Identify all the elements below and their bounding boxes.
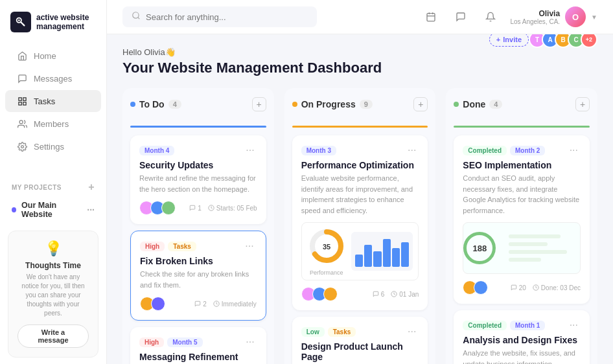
user-location: Los Angeles, CA. bbox=[510, 18, 560, 25]
svg-rect-3 bbox=[23, 97, 25, 100]
svg-point-1 bbox=[18, 19, 20, 21]
card-avatar bbox=[323, 287, 338, 301]
tag-high: High bbox=[140, 242, 165, 251]
card-title: Performance Optimization bbox=[301, 160, 419, 170]
svg-point-6 bbox=[19, 120, 23, 123]
search-input[interactable] bbox=[146, 12, 308, 22]
card-avatar bbox=[474, 280, 488, 295]
card-avatar bbox=[151, 297, 165, 311]
tag-month4: Month 4 bbox=[139, 146, 174, 155]
performance-chart: 35 Performance bbox=[301, 222, 419, 280]
tag-month3: Month 3 bbox=[301, 146, 336, 155]
card-tags: Completed Month 2 bbox=[463, 146, 545, 155]
project-more-icon[interactable]: ··· bbox=[87, 205, 95, 215]
card-menu-icon[interactable]: ··· bbox=[243, 144, 257, 156]
sidebar-item-tasks[interactable]: Tasks bbox=[5, 90, 101, 112]
invite-button[interactable]: + Invite bbox=[489, 34, 529, 47]
sidebar-item-label: Tasks bbox=[34, 97, 55, 106]
card-broken-links: High Tasks ··· Fix Broken Links Check th… bbox=[130, 231, 266, 321]
calendar-icon[interactable] bbox=[421, 6, 441, 27]
comment-count: 6 bbox=[373, 291, 385, 298]
col-add-inprogress[interactable]: + bbox=[413, 97, 428, 111]
sidebar-item-label: Home bbox=[34, 51, 56, 61]
card-design-launch: Low Tasks ··· Design Product Launch Page bbox=[292, 317, 428, 364]
search-bar[interactable] bbox=[122, 6, 317, 27]
svg-text:35: 35 bbox=[323, 243, 330, 251]
message-icon bbox=[17, 73, 27, 84]
user-info[interactable]: Olivia Los Angeles, CA. O ▼ bbox=[510, 6, 597, 27]
user-name: Olivia bbox=[510, 9, 560, 18]
seo-score: 188 bbox=[463, 232, 496, 264]
card-footer: 2 Immediately bbox=[140, 297, 257, 311]
sidebar-item-settings[interactable]: Settings bbox=[5, 135, 101, 157]
write-message-button[interactable]: Write a message bbox=[17, 324, 89, 348]
card-header: High Tasks ··· bbox=[140, 240, 257, 252]
tag-completed: Completed bbox=[463, 146, 507, 155]
sidebar: active website management Home Messages … bbox=[0, 0, 107, 364]
col-line-done bbox=[454, 126, 590, 128]
card-tags: Completed Month 1 bbox=[463, 321, 545, 330]
done-dot bbox=[454, 102, 459, 107]
card-footer: 6 01 Jan bbox=[301, 287, 419, 301]
card-header: Completed Month 1 ··· bbox=[463, 319, 581, 331]
sidebar-item-messages[interactable]: Messages bbox=[5, 67, 101, 89]
col-header-done: Done 4 + bbox=[454, 97, 590, 118]
bell-icon[interactable] bbox=[480, 6, 501, 27]
card-title: Security Updates bbox=[139, 160, 257, 170]
card-header: Low Tasks ··· bbox=[301, 326, 419, 337]
sidebar-item-home[interactable]: Home bbox=[5, 45, 101, 67]
card-security: Month 4 ··· Security Updates Rewrite and… bbox=[130, 135, 266, 224]
col-line-inprogress bbox=[292, 126, 428, 128]
tag-month2: Month 2 bbox=[510, 146, 545, 155]
card-tags: Month 3 bbox=[301, 146, 336, 155]
card-menu-icon[interactable]: ··· bbox=[567, 144, 581, 156]
seo-line bbox=[509, 234, 561, 238]
project-dot bbox=[12, 207, 16, 212]
seo-line bbox=[509, 258, 541, 262]
card-title: Fix Broken Links bbox=[140, 256, 257, 266]
inprogress-dot bbox=[292, 102, 297, 107]
svg-rect-9 bbox=[427, 14, 435, 21]
col-count-done: 4 bbox=[489, 100, 502, 109]
card-tags: Low Tasks bbox=[301, 327, 356, 337]
todo-dot bbox=[130, 102, 135, 107]
team-row: + Invite T A B C +2 bbox=[489, 34, 597, 48]
col-count-todo: 4 bbox=[168, 100, 181, 109]
card-menu-icon[interactable]: ··· bbox=[567, 319, 581, 331]
svg-rect-2 bbox=[18, 97, 21, 100]
card-desc: Conduct an SEO audit, apply necessary fi… bbox=[463, 173, 581, 216]
search-icon bbox=[132, 11, 141, 23]
project-item-main[interactable]: Our Main Website ··· bbox=[0, 196, 106, 224]
projects-section-label: MY PROJECTS + bbox=[0, 175, 106, 196]
comment-count: 2 bbox=[194, 301, 207, 308]
col-count-inprogress: 9 bbox=[360, 100, 373, 109]
card-avatars bbox=[140, 297, 165, 311]
card-menu-icon[interactable]: ··· bbox=[405, 326, 419, 337]
col-add-done[interactable]: + bbox=[575, 97, 590, 111]
col-add-todo[interactable]: + bbox=[252, 97, 266, 111]
team-avatar-more: +2 bbox=[581, 34, 597, 48]
col-header-todo: To Do 4 + bbox=[130, 97, 266, 118]
card-date: 01 Jan bbox=[391, 291, 419, 298]
card-menu-icon[interactable]: ··· bbox=[242, 240, 256, 252]
card-menu-icon[interactable]: ··· bbox=[243, 336, 257, 348]
sidebar-item-members[interactable]: Members bbox=[5, 113, 101, 135]
nav: Home Messages Tasks Members bbox=[0, 39, 106, 175]
thoughts-title: Thoughts Time bbox=[17, 261, 89, 270]
col-title-done: Done bbox=[463, 99, 485, 109]
thoughts-icon: 💡 bbox=[17, 240, 89, 257]
tag-month1: Month 1 bbox=[510, 321, 545, 330]
add-project-icon[interactable]: + bbox=[88, 181, 95, 193]
card-messaging: High Month 5 ··· Messaging Refinement Re… bbox=[130, 327, 266, 364]
thoughts-desc: We don't have any notice for you, till t… bbox=[17, 273, 89, 318]
card-menu-icon[interactable]: ··· bbox=[405, 144, 419, 156]
main-content: Olivia Los Angeles, CA. O ▼ Hello Olivia… bbox=[107, 0, 613, 364]
card-avatar bbox=[161, 201, 176, 215]
tag-completed: Completed bbox=[463, 321, 507, 330]
card-title: Design Product Launch Page bbox=[301, 341, 419, 362]
sidebar-item-label: Members bbox=[34, 119, 69, 129]
chat-icon[interactable] bbox=[450, 6, 471, 27]
card-footer: 20 Done: 03 Dec bbox=[463, 280, 581, 295]
card-avatars bbox=[301, 287, 338, 301]
tag-tasks: Tasks bbox=[328, 327, 356, 337]
